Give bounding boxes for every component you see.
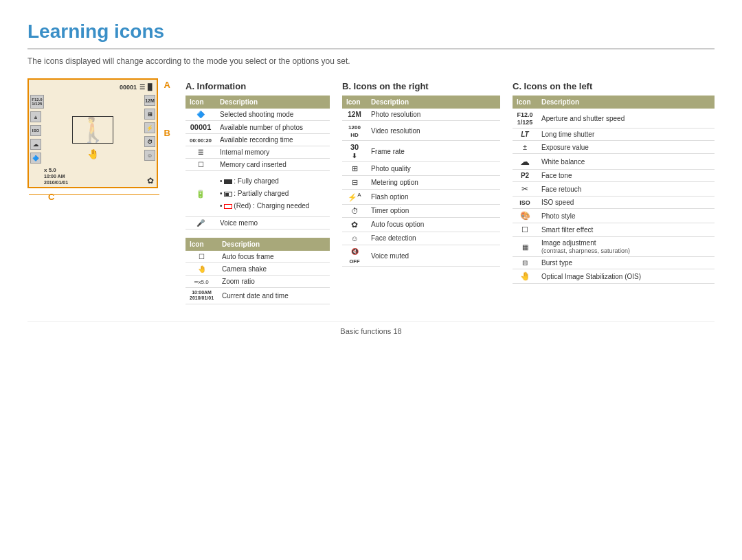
desc-cell: Voice memo [216,217,330,229]
img-adj-icon: ▦ [522,243,528,251]
icon-cell: 🤚 [513,269,537,284]
table-row: ⊟ Metering option [342,176,500,190]
table-row: LT Long time shutter [513,128,715,141]
iso-icon: ISO [519,199,530,206]
col-header-icon-a: Icon [186,96,216,109]
face-det-icon: ☺ [350,234,358,243]
rec-time-icon: 00:00:20 [190,137,212,144]
icon-cell: 12M [342,109,367,121]
icon-cell: ━x5.0 [186,276,218,288]
table-row: ☰ Internal memory [186,146,330,159]
icon-cell: 🔷 [186,109,216,121]
table-row: ⚡A Flash option [342,190,500,205]
zoom-ratio-icon: ━x5.0 [194,279,208,285]
photo-res-icon: 12M [348,111,361,118]
col-header-desc-b: Description [367,96,500,109]
icon-cell: ☁ [513,154,537,170]
table-row: 🤚 Camera shake [186,263,330,276]
desc-cell: Available number of photos [216,121,330,134]
table-row: 30⬇ Frame rate [342,141,500,162]
section-b-table: Icon Description 12M Photo resolution 12… [342,96,500,267]
table-row: ✂ Face retouch [513,182,715,197]
cam-wb-icon: ☁ [30,139,41,150]
table-row: ▦ Image adjustment(contrast, sharpness, … [513,237,715,257]
col-header-desc-a: Description [216,96,330,109]
battery-list: : Fully charged : Partially charged (Red… [220,173,326,214]
table-row: ☐ Smart filter effect [513,223,715,237]
face-retouch-icon: ✂ [521,184,528,194]
shoot-mode-icon: 🔷 [196,111,205,118]
section-b: B. Icons on the right Icon Description 1… [342,78,500,267]
label-a: A [164,80,170,90]
table-row: ISO ISO speed [513,197,715,209]
page-subtitle: The icons displayed will change accordin… [27,56,715,66]
desc-cell: Auto focus frame [218,251,330,263]
section-c: C. Icons on the left Icon Description F1… [513,78,715,284]
flash-option-icon: ⚡A [348,193,361,201]
camera-shake-icon: 🤚 [198,265,206,273]
cam-time: 10:00 AM2010/01/01 [44,173,157,186]
face-tone-icon: P2 [521,172,529,179]
icon-cell: 1200HD [342,121,367,141]
cam-center-content: 🚶 🤚 [44,93,142,166]
icon-cell: ± [513,141,537,154]
desc-cell: White balance [537,154,715,170]
table-row: 🔷 Selected shooting mode [186,109,330,121]
desc-cell: Available recording time [216,134,330,146]
cam-focus-frame [72,116,113,144]
label-c: C [48,192,54,202]
voice-muted-icon: 🔇OFF [350,248,360,262]
ev-icon: ± [523,143,527,151]
desc-cell: Aperture and shutter speed [537,109,715,128]
icon-cell: 🤚 [186,263,218,276]
table-row: F12.01/125 Aperture and shutter speed [513,109,715,128]
burst-type-icon: ⊟ [522,259,528,267]
desc-cell: Auto focus option [367,217,500,232]
section-a-title: A. Information [186,81,330,91]
desc-cell: Video resolution [367,121,500,141]
col-header-icon-b: Icon [342,96,367,109]
table-row: ☁ White balance [513,154,715,170]
cam-ev-icon: ± [30,111,41,122]
desc-cell: Zoom ratio [218,276,330,288]
content-columns: A. Information Icon Description 🔷 Select… [186,78,715,304]
battery-icon: 🔋 [196,190,205,198]
photo-quality-icon: ⊞ [352,164,358,172]
icon-cell: 🔋 [186,171,216,217]
table-row: ☺ Face detection [342,232,500,245]
camera-preview: 00001 ☰ ▉ F12.01/125 ± ISO ☁ 🔷 12M ⊞ ⚡ ⏱… [27,78,172,188]
af-frame-icon: ☐ [199,253,205,260]
table-row: 🔇OFF Voice muted [342,245,500,267]
cam-right-icons: 12M ⊞ ⚡ ⏱ ☺ [144,95,155,161]
table-row: ⊞ Photo quality [342,162,500,176]
desc-cell: Memory card inserted [216,159,330,171]
desc-cell: Face tone [537,170,715,182]
af-option-icon: ✿ [351,220,358,229]
table-row: 🔋 : Fully charged : Partially charged (R… [186,171,330,217]
cam-face-icon: ☺ [144,150,155,161]
desc-cell: Face detection [367,232,500,245]
section-c-title: C. Icons on the left [513,81,715,91]
table-row: 00:00:20 Available recording time [186,134,330,146]
photo-style-icon: 🎨 [520,211,530,221]
label-b: B [164,128,170,138]
desc-cell: Photo resolution [367,109,500,121]
aperture-icon: F12.01/125 [517,111,532,126]
cam-flower-icon: ✿ [147,176,154,186]
memory-card-icon: ☐ [198,161,204,168]
desc-cell: Frame rate [367,141,500,162]
cam-left-icons: F12.01/125 ± ISO ☁ 🔷 [30,95,44,164]
col-header-desc-c: Description [537,96,715,109]
cam-aperture-icon: F12.01/125 [30,95,44,109]
icon-cell: 10:00AM2010/01/01 [186,288,218,304]
icon-cell: 30⬇ [342,141,367,162]
info-b-table: Icon Description ☐ Auto focus frame 🤚 Ca… [186,238,330,304]
icon-cell: ☰ [186,146,216,159]
table-row: ☐ Memory card inserted [186,159,330,171]
voice-memo-icon: 🎤 [196,219,205,227]
icon-cell: ☐ [513,223,537,237]
icon-cell: ☐ [186,251,218,263]
cam-zoom-level: x 5.0 [44,167,157,173]
icon-cell: ⊟ [342,176,367,190]
smart-filter-icon: ☐ [521,225,528,234]
